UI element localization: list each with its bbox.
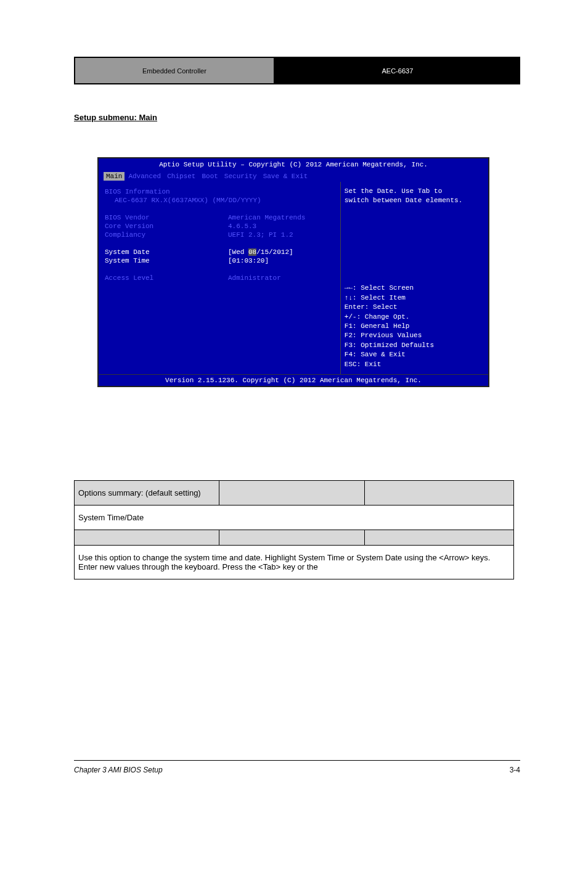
bios-core-value: 4.6.5.3: [228, 223, 256, 230]
system-time-value[interactable]: [01:03:20]: [228, 257, 269, 264]
header-right-cell: AEC-6637: [275, 57, 520, 84]
footer-divider: [74, 760, 520, 761]
header-left-text: Embedded Controller: [142, 67, 206, 75]
bios-subtitle: AEC-6637 RX.X(6637AMXX) (MM/DD/YYYY): [105, 197, 261, 204]
header-left-cell: Embedded Controller: [74, 57, 275, 84]
table-row-1: System Time/Date: [75, 505, 514, 530]
bios-main-panel: BIOS Information AEC-6637 RX.X(6637AMXX)…: [99, 182, 340, 374]
bios-vendor-label: BIOS Vendor: [105, 214, 228, 221]
table-row2-c2: [219, 530, 364, 546]
bios-key-hints: →←: Select Screen ↑↓: Select Item Enter:…: [345, 284, 484, 369]
tab-boot[interactable]: Boot: [199, 172, 220, 181]
table-row2-c1: [75, 530, 219, 546]
tab-save-exit[interactable]: Save & Exit: [261, 172, 311, 181]
table-h1: Options summary: (default setting): [75, 481, 219, 505]
system-time-label: System Time: [105, 257, 228, 264]
tab-security[interactable]: Security: [222, 172, 259, 181]
bios-vendor-value: American Megatrends: [228, 214, 305, 221]
header-right-text: AEC-6637: [382, 67, 414, 75]
bios-title: Aptio Setup Utility – Copyright (C) 2012…: [99, 158, 488, 171]
table-row-2: Use this option to change the system tim…: [75, 546, 514, 579]
table-h3: [364, 481, 513, 505]
access-level-value: Administrator: [228, 274, 281, 282]
options-table: Options summary: (default setting) Syste…: [74, 480, 514, 579]
bios-tabs: Main Advanced Chipset Boot Security Save…: [99, 171, 488, 182]
tab-advanced[interactable]: Advanced: [126, 172, 163, 181]
bios-help-panel: Set the Date. Use Tab to switch between …: [340, 182, 488, 374]
bios-info-heading: BIOS Information: [105, 188, 228, 195]
tab-main[interactable]: Main: [104, 172, 125, 181]
bios-compliancy-label: Compliancy: [105, 231, 228, 239]
footer-page-number: 3-4: [510, 766, 520, 774]
system-date-value[interactable]: [Wed 08/15/2012]: [228, 248, 293, 256]
section-title: Setup submenu: Main: [74, 113, 157, 122]
bios-screenshot: Aptio Setup Utility – Copyright (C) 2012…: [97, 157, 489, 387]
bios-compliancy-value: UEFI 2.3; PI 1.2: [228, 231, 293, 239]
table-h2: [219, 481, 364, 505]
table-row2-c3: [364, 530, 513, 546]
bios-core-label: Core Version: [105, 223, 228, 230]
bios-footer: Version 2.15.1236. Copyright (C) 2012 Am…: [99, 374, 488, 386]
access-level-label: Access Level: [105, 274, 228, 282]
bios-help-text: Set the Date. Use Tab to switch between …: [345, 187, 484, 206]
footer-chapter: Chapter 3 AMI BIOS Setup: [74, 766, 163, 774]
tab-chipset[interactable]: Chipset: [165, 172, 198, 181]
system-date-label: System Date: [105, 248, 228, 256]
